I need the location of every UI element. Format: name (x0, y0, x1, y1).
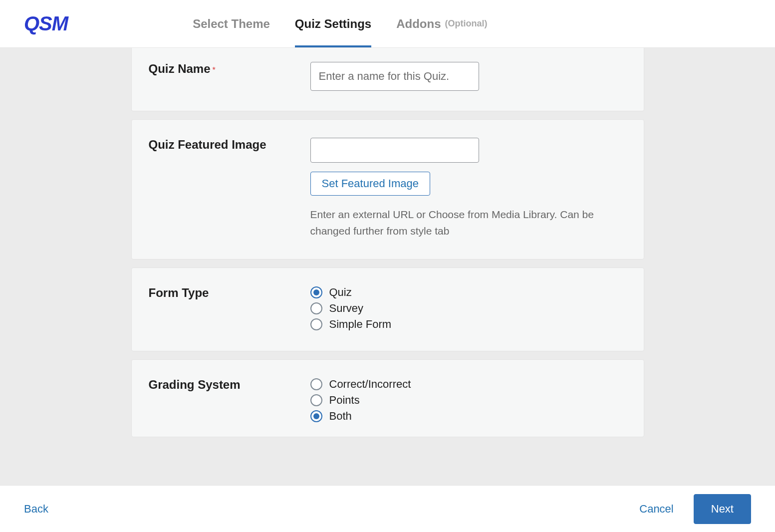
radio-icon (310, 378, 322, 390)
form-type-option-quiz[interactable]: Quiz (310, 286, 627, 299)
radio-icon (310, 394, 322, 406)
quiz-name-input[interactable] (310, 62, 479, 91)
tab-addons-label: Addons (396, 17, 441, 31)
radio-label: Survey (329, 302, 363, 315)
card-quiz-name: Quiz Name* (131, 48, 644, 111)
featured-image-help: Enter an external URL or Choose from Med… (310, 207, 627, 239)
tab-addons[interactable]: Addons (Optional) (396, 0, 487, 47)
radio-label: Points (329, 394, 360, 407)
tab-quiz-settings[interactable]: Quiz Settings (295, 0, 371, 47)
header: QSM Select Theme Quiz Settings Addons (O… (0, 0, 775, 48)
card-featured-image: Quiz Featured Image Set Featured Image E… (131, 119, 644, 260)
back-button[interactable]: Back (24, 503, 48, 516)
form-type-option-simple-form[interactable]: Simple Form (310, 318, 627, 331)
radio-label: Correct/Incorrect (329, 378, 411, 391)
cancel-button[interactable]: Cancel (639, 503, 673, 516)
required-asterisk: * (213, 66, 216, 74)
tab-addons-optional: (Optional) (445, 18, 488, 29)
content-area: Quiz Name* Quiz Featured Image Set Featu… (0, 48, 775, 485)
radio-icon (310, 318, 322, 330)
radio-icon (310, 410, 322, 422)
grading-system-label: Grading System (149, 378, 241, 391)
radio-label: Quiz (329, 286, 352, 299)
wizard-tabs: Select Theme Quiz Settings Addons (Optio… (193, 0, 487, 47)
form-type-radio-group: Quiz Survey Simple Form (310, 286, 627, 331)
logo: QSM (24, 12, 68, 35)
next-button[interactable]: Next (694, 494, 751, 524)
card-form-type: Form Type Quiz Survey Simple Form (131, 267, 644, 351)
card-grading-system: Grading System Correct/Incorrect Points … (131, 359, 644, 437)
grading-system-radio-group: Correct/Incorrect Points Both (310, 378, 627, 423)
featured-image-input[interactable] (310, 138, 479, 163)
grading-option-points[interactable]: Points (310, 394, 627, 407)
set-featured-image-button[interactable]: Set Featured Image (310, 172, 430, 196)
radio-icon (310, 302, 322, 314)
featured-image-label: Quiz Featured Image (149, 138, 266, 151)
form-type-option-survey[interactable]: Survey (310, 302, 627, 315)
footer: Back Cancel Next (0, 485, 775, 532)
quiz-name-label: Quiz Name (149, 62, 211, 75)
grading-option-both[interactable]: Both (310, 410, 627, 423)
grading-option-correct-incorrect[interactable]: Correct/Incorrect (310, 378, 627, 391)
radio-label: Simple Form (329, 318, 392, 331)
radio-icon (310, 286, 322, 298)
form-type-label: Form Type (149, 286, 209, 299)
tab-select-theme[interactable]: Select Theme (193, 0, 270, 47)
radio-label: Both (329, 410, 352, 423)
